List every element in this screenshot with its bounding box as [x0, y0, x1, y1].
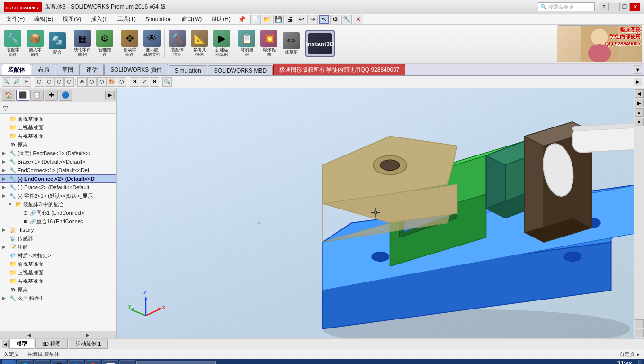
menu-tools[interactable]: 工具(T)	[113, 14, 140, 25]
select-btn[interactable]: ↖	[319, 15, 329, 24]
taskbar-solidworks-btn[interactable]: ⚙ 装配体3 - SOLIDWORKS...	[136, 361, 216, 364]
tree-item-coincident16[interactable]: ≡ 🔗 重合16 (EndConnec	[0, 217, 116, 226]
menu-help[interactable]: 帮助(H)	[207, 14, 235, 25]
tree-item-endconnect2[interactable]: ▶ 🔧 (-) EndConnect<2> (Default<<D	[0, 174, 116, 183]
view-top[interactable]: ⬡	[54, 77, 64, 87]
panel-tab-configmgr[interactable]: ✚	[45, 90, 58, 101]
view-right[interactable]: ⬡	[45, 77, 54, 87]
tab-assembly[interactable]: 装配体	[2, 64, 31, 75]
smart-fastener-btn[interactable]: ⚙ 智能扣件	[94, 28, 116, 59]
undo-btn[interactable]: ↩	[296, 15, 306, 24]
tree-item-part1-bottom[interactable]: ▶ 🔧 么台 特件1	[0, 294, 116, 302]
tree-item-concentric1[interactable]: ⊙ 🔗 同心1 (EndConnect<	[0, 209, 116, 217]
linesketch-btn[interactable]: ✏ 线草图	[280, 31, 302, 56]
panel-tab-propmgr[interactable]: 📋	[30, 90, 44, 101]
viewport[interactable]: + X Y Z	[117, 88, 634, 338]
taskbar-app-explorer[interactable]: 📁	[34, 360, 50, 364]
assemble-parts-btn[interactable]: 🔧 装配零部件	[2, 28, 24, 59]
tree-item-history[interactable]: ▶ 📜 History	[0, 226, 116, 234]
systray-time-area[interactable]: 21:xx 2016/x/x	[613, 360, 636, 364]
tree-item-part2[interactable]: ▶ 🔧 (-) 零件2<1> (默认<<默认>_显示	[0, 191, 116, 200]
tree-item-mates-group[interactable]: ▼ 📂 装配体3 中的配合	[0, 200, 116, 209]
options-btn[interactable]: 🔧	[341, 15, 352, 24]
tree-item-origin2[interactable]: ⊕ 原点	[0, 285, 116, 294]
view-perspective[interactable]: ⬡	[117, 77, 126, 87]
help-button[interactable]: ?	[599, 3, 609, 11]
rt-btn-5[interactable]: +	[635, 319, 644, 328]
tree-item-endconnect1[interactable]: ▶ 🔧 EndConnect<1> (Default<<Def	[0, 166, 116, 174]
expand-ribbon-btn[interactable]: ▼	[634, 65, 642, 74]
tab-sw-plugins[interactable]: SOLIDWORKS 插件	[104, 64, 168, 75]
taskbar-app-spreadsheet[interactable]: 📊	[102, 360, 118, 364]
panel-nav-left[interactable]: ◀	[25, 332, 34, 337]
menu-window[interactable]: 窗口(W)	[177, 14, 206, 25]
view-prev[interactable]: ✖	[130, 77, 139, 87]
new-btn[interactable]: 📄	[250, 15, 261, 24]
tab-model[interactable]: 模型	[9, 339, 34, 349]
close-doc-btn[interactable]: ✕	[353, 15, 363, 24]
view-shaded[interactable]: 🎨	[107, 77, 116, 87]
taskbar-app-blue[interactable]: 🔵	[68, 360, 84, 364]
explode-btn[interactable]: 💥 爆炸视图	[258, 28, 280, 59]
menu-edit[interactable]: 编辑(E)	[30, 14, 57, 25]
tree-item-origin[interactable]: ⊕ 原点	[0, 140, 116, 149]
rt-btn-6[interactable]: -	[635, 329, 644, 337]
win-restore-button[interactable]: ❐	[619, 3, 630, 11]
search-box[interactable]: 🔍 搜索命令令	[538, 2, 595, 11]
status-customize[interactable]: 自定义 ▶	[619, 351, 640, 358]
tab-layout[interactable]: 布局	[32, 64, 55, 75]
taskbar-app-wechat[interactable]: 💬	[51, 360, 67, 364]
view-snapshot[interactable]: 🔍	[162, 77, 172, 87]
start-button[interactable]: ⊞	[2, 360, 16, 364]
menu-file[interactable]: 文件(F)	[2, 14, 29, 25]
taskbar-app-ie[interactable]: 🌐	[17, 360, 33, 364]
open-btn[interactable]: 📂	[262, 15, 272, 24]
pin-icon[interactable]: 📌	[238, 16, 246, 23]
tree-item-front-plane[interactable]: 📁 前视基准面	[0, 115, 116, 123]
rebuild-btn[interactable]: ⚙	[330, 15, 340, 24]
menu-insert[interactable]: 插入(I)	[87, 14, 112, 25]
instant3d-btn[interactable]: Instant3D	[305, 30, 335, 57]
new-motion-btn[interactable]: ▶ 新建运动算例	[211, 28, 233, 59]
rt-btn-2[interactable]: ▶	[635, 99, 644, 107]
asm-feature-btn[interactable]: 🔨 装配体特征	[166, 28, 188, 59]
redo-btn[interactable]: ↪	[307, 15, 318, 24]
save-btn[interactable]: 💾	[273, 15, 284, 24]
expand-viewport-btn[interactable]: ▶	[634, 78, 642, 86]
tree-item-rectbase[interactable]: ▶ 🔧 (固定) RectBase<1> (Default<<	[0, 149, 116, 157]
mate-btn[interactable]: 🔩 配合	[46, 31, 68, 56]
panel-expand-btn[interactable]: ▶	[105, 91, 115, 100]
win-close-button[interactable]: ✕	[630, 3, 640, 11]
view-section[interactable]: ⬡	[87, 77, 97, 87]
tab-evaluate[interactable]: 评估	[80, 64, 104, 75]
view-display-mode[interactable]: 👁	[77, 77, 87, 87]
tree-item-material[interactable]: 💎 材质 <未指定>	[0, 251, 116, 260]
rt-btn-4[interactable]: ▼	[635, 118, 644, 126]
rt-btn-3[interactable]: ▲	[635, 108, 644, 117]
print-btn[interactable]: 🖨	[285, 15, 295, 24]
panel-tab-home[interactable]: 🏠	[2, 90, 15, 101]
view-hidelinesvis[interactable]: ⬡	[97, 77, 107, 87]
view-front[interactable]: ⬡	[35, 77, 44, 87]
linear-array-btn[interactable]: ▦ 线性零件陈列	[72, 28, 93, 59]
move-part-btn[interactable]: ✥ 移动零部件	[119, 28, 141, 59]
tree-item-right-plane[interactable]: 📁 右视基准面	[0, 132, 116, 140]
panel-tab-featuremgr[interactable]: ⬛	[16, 90, 29, 101]
tab-mbd[interactable]: SOLIDWORKS MBD	[208, 65, 273, 75]
show-hidden-btn[interactable]: 👁 显示隐藏的零件	[141, 28, 163, 59]
rt-btn-1[interactable]: ◀	[635, 89, 644, 98]
view-accept[interactable]: ✓	[140, 77, 149, 87]
tree-item-brace1[interactable]: ▶ 🔧 Brace<1> (Default<<Default>_I	[0, 157, 116, 166]
taskbar-app-red[interactable]: 🔴	[85, 360, 101, 364]
tree-item-right-plane2[interactable]: 📁 右视基准面	[0, 277, 116, 285]
view-zoom-to-fit[interactable]: 🔍	[2, 77, 11, 87]
taskbar-app-notepad[interactable]: 🗒	[119, 360, 135, 364]
tree-item-front-plane2[interactable]: 📁 前视基准面	[0, 260, 116, 268]
tree-item-sensors[interactable]: 📡 传感器	[0, 234, 116, 243]
tab-3dview[interactable]: 3D 视图	[35, 339, 68, 349]
tree-item-top-plane[interactable]: 📁 上视基准面	[0, 123, 116, 132]
tree-item-top-plane2[interactable]: 📁 上视基准面	[0, 268, 116, 277]
view-reject[interactable]: ✖	[150, 77, 159, 87]
insert-parts-btn[interactable]: 📦 插入零部件	[24, 28, 46, 59]
tab-motion1[interactable]: 运动算例 1	[69, 339, 108, 349]
